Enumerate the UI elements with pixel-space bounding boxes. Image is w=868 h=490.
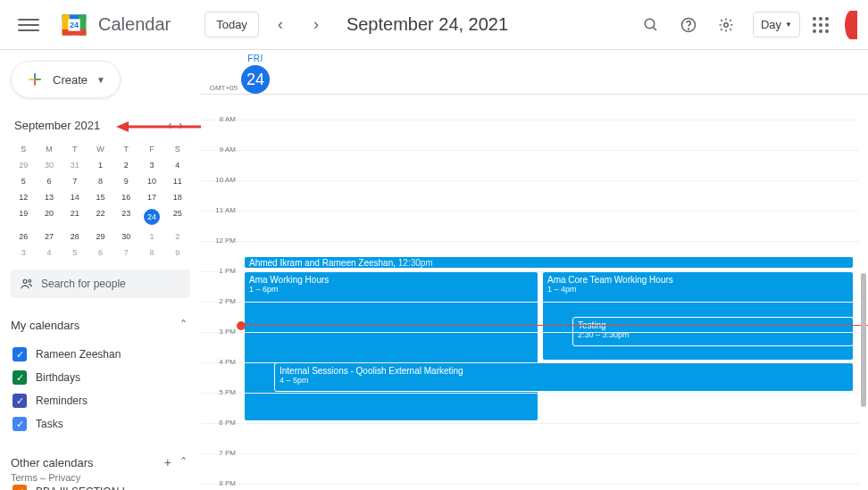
svg-line-8 xyxy=(653,27,656,30)
mini-day[interactable]: 3 xyxy=(11,245,37,261)
day-header: GMT+05 FRI 24 xyxy=(201,50,868,95)
time-grid[interactable]: Ahmed Ikram and Rameen Zeeshan, 12:30pm … xyxy=(201,95,868,490)
hour-row xyxy=(201,211,859,241)
header-bar: 24 Calendar Today ‹ › September 24, 2021… xyxy=(0,0,868,50)
calendar-item[interactable]: ✓Tasks xyxy=(11,412,190,436)
mini-day[interactable]: 1 xyxy=(139,228,165,245)
mini-day[interactable]: 30 xyxy=(113,228,139,245)
prev-button[interactable]: ‹ xyxy=(266,11,295,39)
privacy-link[interactable]: Privacy xyxy=(48,472,80,483)
mini-day[interactable]: 2 xyxy=(164,228,190,245)
calendar-checkbox[interactable]: ✓ xyxy=(13,417,27,431)
create-label: Create xyxy=(53,73,88,87)
add-calendar-button[interactable]: + xyxy=(161,452,175,473)
mini-prev-button[interactable]: ‹ xyxy=(164,114,176,136)
mini-day[interactable]: 9 xyxy=(164,245,190,261)
mini-day[interactable]: 4 xyxy=(37,245,63,261)
mini-day[interactable]: 7 xyxy=(62,173,88,189)
mini-grid: SMTWTFS 2930311234 567891011 12131415161… xyxy=(11,141,190,261)
menu-icon[interactable] xyxy=(11,7,46,43)
terms-link[interactable]: Terms xyxy=(11,472,38,483)
mini-day[interactable]: 10 xyxy=(139,173,165,189)
mini-day[interactable]: 26 xyxy=(11,228,37,245)
mini-day-selected[interactable]: 24 xyxy=(139,205,165,228)
view-label: Day xyxy=(761,18,781,31)
calendar-checkbox[interactable]: ✓ xyxy=(13,394,27,408)
mini-day[interactable]: 31 xyxy=(62,157,88,173)
hour-row xyxy=(201,271,859,302)
mini-day[interactable]: 22 xyxy=(88,205,113,228)
calendar-item[interactable]: ✓Birthdays xyxy=(11,366,190,389)
mini-day[interactable]: 19 xyxy=(11,205,37,228)
next-button[interactable]: › xyxy=(302,11,330,39)
main-view: GMT+05 FRI 24 Ahmed Ikram and Rameen Zee… xyxy=(201,50,868,490)
settings-icon[interactable] xyxy=(710,9,742,41)
hour-label: 6 PM xyxy=(201,419,241,427)
avatar[interactable] xyxy=(845,11,857,39)
day-of-week: FRI xyxy=(247,54,263,63)
hour-row xyxy=(201,393,859,423)
calendar-item[interactable]: ✓Rameen Zeeshan xyxy=(11,343,190,366)
mini-day[interactable]: 21 xyxy=(62,205,88,228)
apps-icon[interactable] xyxy=(805,10,836,40)
hour-row xyxy=(201,423,859,453)
mini-day[interactable]: 3 xyxy=(139,157,165,173)
mini-day[interactable]: 25 xyxy=(164,205,190,228)
mini-day[interactable]: 11 xyxy=(164,173,190,189)
mini-day[interactable]: 28 xyxy=(62,228,88,245)
search-people-input[interactable]: Search for people xyxy=(11,270,190,298)
mini-day[interactable]: 27 xyxy=(37,228,63,245)
hour-label: 8 AM xyxy=(201,115,241,123)
mini-day[interactable]: 23 xyxy=(113,205,139,228)
mini-day[interactable]: 14 xyxy=(62,189,88,205)
search-people-placeholder: Search for people xyxy=(41,278,126,290)
mini-day[interactable]: 16 xyxy=(113,189,139,205)
date-title: September 24, 2021 xyxy=(346,14,508,35)
calendar-item[interactable]: ✓Reminders xyxy=(11,389,190,412)
hour-row xyxy=(201,332,859,362)
mini-day[interactable]: 7 xyxy=(113,245,139,261)
calendar-checkbox[interactable]: ✓ xyxy=(13,485,27,490)
plus-icon xyxy=(26,71,44,88)
mini-day[interactable]: 4 xyxy=(164,157,190,173)
search-icon[interactable] xyxy=(635,9,667,41)
mini-day[interactable]: 30 xyxy=(37,157,63,173)
scrollbar-thumb[interactable] xyxy=(861,273,866,407)
mini-day[interactable]: 13 xyxy=(37,189,63,205)
mini-day[interactable]: 15 xyxy=(88,189,113,205)
help-icon[interactable] xyxy=(672,9,705,41)
hour-label: 10 AM xyxy=(201,176,241,184)
mini-day[interactable]: 6 xyxy=(37,173,63,189)
calendar-checkbox[interactable]: ✓ xyxy=(13,370,27,385)
hour-label: 4 PM xyxy=(201,358,241,366)
calendar-label: Tasks xyxy=(36,418,63,430)
mini-day[interactable]: 8 xyxy=(139,245,165,261)
hour-label: 9 AM xyxy=(201,145,241,154)
mini-day[interactable]: 12 xyxy=(11,189,37,205)
mini-day[interactable]: 6 xyxy=(88,245,113,261)
mini-day[interactable]: 9 xyxy=(113,173,139,189)
mini-day[interactable]: 2 xyxy=(113,157,139,173)
mini-day[interactable]: 8 xyxy=(88,173,113,189)
mini-day[interactable]: 18 xyxy=(164,189,190,205)
hour-row xyxy=(201,362,859,393)
mini-day[interactable]: 5 xyxy=(11,173,37,189)
mini-day[interactable]: 29 xyxy=(88,228,113,245)
mini-next-button[interactable]: › xyxy=(175,114,187,136)
chevron-up-icon: ˄ xyxy=(177,314,190,336)
mini-day[interactable]: 5 xyxy=(62,245,88,261)
mini-day[interactable]: 17 xyxy=(139,189,165,205)
hour-row xyxy=(201,453,859,484)
my-calendars-header[interactable]: My calendars ˄ xyxy=(11,311,190,339)
mini-day[interactable]: 20 xyxy=(37,205,63,228)
create-button[interactable]: Create ▼ xyxy=(11,61,121,98)
hour-label: 1 PM xyxy=(201,267,241,275)
view-selector[interactable]: Day▼ xyxy=(753,12,800,37)
calendar-checkbox[interactable]: ✓ xyxy=(13,347,27,361)
mini-day[interactable]: 1 xyxy=(88,157,113,173)
calendar-label: Birthdays xyxy=(36,371,80,384)
mini-day[interactable]: 29 xyxy=(11,157,37,173)
day-number[interactable]: 24 xyxy=(241,65,270,94)
today-button[interactable]: Today xyxy=(204,12,259,37)
calendar-logo-icon: 24 xyxy=(61,12,88,38)
